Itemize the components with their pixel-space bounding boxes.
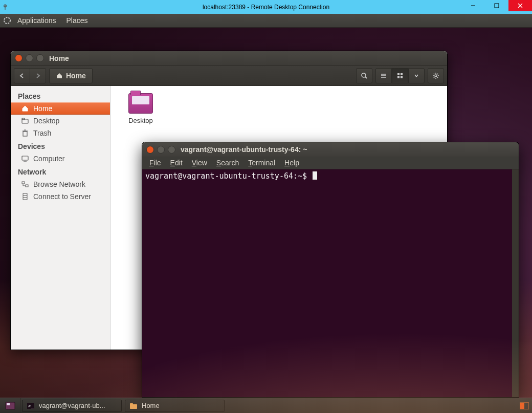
list-view-button[interactable] (375, 68, 392, 83)
home-icon (21, 104, 29, 113)
path-home-button[interactable]: Home (49, 68, 93, 83)
remote-desktop: Applications Places Home Home (0, 14, 532, 413)
sidebar-item-computer[interactable]: Computer (11, 153, 110, 165)
rdp-title: localhost:23389 - Remote Desktop Connect… (0, 4, 532, 11)
svg-rect-32 (26, 185, 28, 187)
rdp-window: localhost:23389 - Remote Desktop Connect… (0, 0, 532, 413)
maximize-button[interactable] (485, 0, 508, 11)
menu-terminal[interactable]: Terminal (244, 158, 279, 168)
network-heading: Network (11, 165, 110, 178)
folder-icon (129, 402, 138, 410)
terminal-body[interactable]: vagrant@vagrant-ubuntu-trusty-64:~$ (142, 169, 519, 397)
sidebar-item-label: Trash (33, 129, 51, 137)
gnome-topbar[interactable]: Applications Places (0, 14, 532, 28)
svg-line-23 (434, 77, 434, 77)
sidebar-item-home[interactable]: Home (11, 102, 110, 115)
svg-rect-36 (6, 402, 15, 409)
svg-line-22 (437, 73, 438, 74)
window-minimize-icon[interactable] (26, 54, 33, 62)
sidebar-item-label: Connect to Server (33, 192, 91, 201)
folder-icon (21, 117, 29, 125)
activities-icon[interactable] (2, 15, 12, 26)
menu-search[interactable]: Search (212, 158, 243, 168)
terminal-prompt: vagrant@vagrant-ubuntu-trusty-64:~$ (145, 171, 312, 181)
view-more-button[interactable] (408, 68, 425, 83)
svg-rect-12 (401, 73, 403, 75)
back-button[interactable] (14, 68, 30, 83)
svg-rect-26 (23, 132, 27, 136)
svg-rect-29 (22, 156, 28, 160)
taskbar-item-home[interactable]: Home (125, 400, 225, 412)
svg-text:>_: >_ (28, 403, 34, 408)
sidebar-item-label: Home (33, 104, 52, 113)
menu-edit[interactable]: Edit (166, 158, 187, 168)
svg-line-7 (365, 77, 367, 78)
svg-rect-33 (23, 193, 27, 200)
folder-icon (128, 93, 153, 114)
sidebar-item-connect-server[interactable]: Connect to Server (11, 190, 110, 203)
nautilus-title: Home (49, 54, 69, 62)
terminal-window[interactable]: vagrant@vagrant-ubuntu-trusty-64: ~ File… (142, 142, 519, 398)
svg-rect-13 (397, 76, 400, 78)
taskbar-item-label: Home (142, 402, 160, 409)
places-heading: Places (11, 89, 110, 102)
svg-rect-37 (7, 403, 10, 405)
close-button[interactable] (508, 0, 532, 11)
workspace-indicator[interactable] (520, 402, 529, 409)
folder-label: Desktop (128, 117, 153, 124)
grid-view-button[interactable] (392, 68, 408, 83)
svg-point-5 (4, 17, 10, 24)
window-maximize-icon[interactable] (36, 54, 44, 62)
window-close-icon[interactable] (146, 146, 154, 154)
cursor-icon (313, 171, 317, 180)
svg-rect-31 (22, 182, 25, 184)
workspace-switcher[interactable] (520, 402, 529, 409)
taskbar[interactable]: >_ vagrant@vagrant-ub... Home (0, 398, 532, 413)
folder-desktop[interactable]: Desktop (118, 93, 164, 124)
home-icon (56, 72, 63, 79)
menu-view[interactable]: View (188, 158, 211, 168)
network-icon (21, 180, 29, 188)
forward-button[interactable] (30, 68, 46, 83)
sidebar-item-label: Desktop (33, 117, 59, 125)
window-minimize-icon[interactable] (157, 146, 165, 154)
minimize-button[interactable] (461, 0, 485, 11)
sidebar-item-browse-network[interactable]: Browse Network (11, 178, 110, 190)
search-button[interactable] (356, 68, 372, 83)
sidebar-item-label: Browse Network (33, 180, 85, 188)
menu-file[interactable]: File (145, 158, 165, 168)
show-desktop-button[interactable] (0, 398, 20, 414)
applications-menu[interactable]: Applications (12, 14, 61, 28)
view-mode-group (375, 68, 425, 83)
trash-icon (21, 129, 29, 137)
taskbar-item-label: vagrant@vagrant-ub... (39, 402, 105, 409)
terminal-title: vagrant@vagrant-ubuntu-trusty-64: ~ (181, 145, 307, 154)
svg-rect-11 (397, 73, 400, 75)
svg-line-21 (437, 77, 438, 77)
terminal-menubar: File Edit View Search Terminal Help (142, 157, 519, 169)
nautilus-toolbar: Home (11, 66, 447, 86)
window-close-icon[interactable] (15, 54, 23, 62)
places-menu[interactable]: Places (61, 14, 93, 28)
svg-rect-40 (130, 404, 137, 409)
svg-rect-41 (130, 403, 133, 405)
taskbar-item-terminal[interactable]: >_ vagrant@vagrant-ub... (22, 400, 122, 412)
svg-rect-14 (401, 76, 403, 78)
rdp-titlebar[interactable]: localhost:23389 - Remote Desktop Connect… (0, 0, 532, 14)
svg-point-15 (435, 75, 437, 77)
terminal-titlebar[interactable]: vagrant@vagrant-ubuntu-trusty-64: ~ (142, 142, 519, 157)
svg-rect-38 (27, 403, 34, 409)
sidebar-item-desktop[interactable]: Desktop (11, 115, 110, 127)
svg-line-20 (434, 73, 434, 74)
computer-icon (21, 155, 29, 163)
path-label: Home (66, 72, 86, 80)
server-icon (21, 192, 29, 201)
nautilus-titlebar[interactable]: Home (11, 51, 447, 66)
menu-help[interactable]: Help (280, 158, 303, 168)
terminal-icon: >_ (27, 402, 35, 410)
settings-button[interactable] (428, 68, 444, 83)
sidebar-item-label: Computer (33, 155, 64, 163)
sidebar-item-trash[interactable]: Trash (11, 127, 110, 139)
window-maximize-icon[interactable] (168, 146, 175, 154)
devices-heading: Devices (11, 139, 110, 153)
